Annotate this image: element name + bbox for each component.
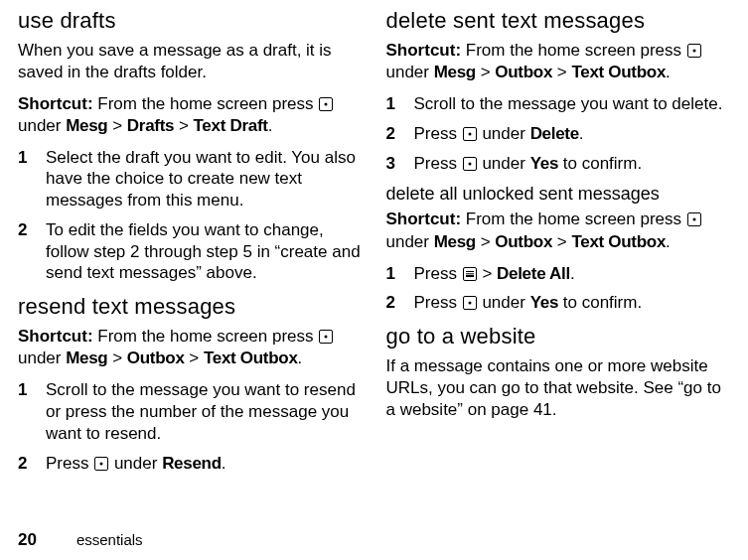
- step-number: 1: [386, 263, 400, 285]
- shortcut-text-pre: From the home screen press: [93, 94, 319, 113]
- paragraph-drafts-intro: When you save a message as a draft, it i…: [18, 40, 363, 83]
- shortcut-drafts: Shortcut: From the home screen press und…: [18, 93, 363, 137]
- list-item: 3 Press under Yes to confirm.: [386, 153, 731, 175]
- step-number: 2: [18, 219, 32, 284]
- path-mesg: Mesg: [434, 63, 476, 81]
- dot-key-icon: [463, 296, 477, 310]
- shortcut-text-pre: From the home screen press: [93, 327, 319, 346]
- sep: >: [107, 116, 126, 135]
- dot-key-icon: [94, 457, 108, 471]
- text-press: Press: [414, 264, 462, 283]
- path-mesg: Mesg: [434, 232, 476, 251]
- shortcut-delete: Shortcut: From the home screen press und…: [386, 40, 731, 83]
- step-text: Press under Resend.: [46, 453, 363, 475]
- path-text-draft: Text Draft: [194, 116, 268, 135]
- page-footer: 20 essentials: [18, 530, 143, 550]
- text-press: Press: [414, 293, 462, 312]
- period: .: [222, 454, 226, 473]
- path-mesg: Mesg: [66, 349, 107, 367]
- step-number: 1: [18, 147, 32, 211]
- period: .: [666, 63, 671, 81]
- label-resend: Resend: [162, 454, 222, 473]
- sep: >: [185, 349, 204, 367]
- shortcut-under: under: [18, 116, 66, 135]
- period: .: [298, 349, 303, 367]
- step-text: Press under Yes to confirm.: [414, 153, 731, 175]
- step-number: 2: [386, 292, 400, 314]
- path-text-outbox: Text Outbox: [571, 63, 666, 81]
- step-number: 3: [386, 153, 400, 175]
- dot-key-icon: [463, 157, 477, 171]
- sep: >: [552, 232, 571, 251]
- page-columns: use drafts When you save a message as a …: [18, 8, 730, 484]
- step-text: Select the draft you want to edit. You a…: [46, 147, 363, 211]
- path-outbox: Outbox: [127, 349, 185, 367]
- text-press: Press: [46, 454, 93, 473]
- step-text: Press > Delete All.: [414, 263, 731, 285]
- shortcut-under: under: [386, 63, 434, 81]
- path-outbox: Outbox: [495, 63, 552, 81]
- label-delete: Delete: [530, 124, 579, 143]
- step-number: 1: [18, 379, 32, 444]
- step-number: 1: [386, 93, 400, 115]
- left-column: use drafts When you save a message as a …: [18, 8, 363, 484]
- heading-use-drafts: use drafts: [18, 8, 363, 34]
- list-item: 1 Select the draft you want to edit. You…: [18, 147, 363, 211]
- label-yes: Yes: [530, 154, 558, 173]
- path-drafts: Drafts: [127, 116, 174, 135]
- sep: >: [478, 264, 497, 283]
- text-press: Press: [414, 154, 462, 173]
- sep: >: [476, 63, 495, 81]
- shortcut-label: Shortcut:: [386, 41, 462, 60]
- step-text: Press under Yes to confirm.: [414, 292, 731, 314]
- path-text-outbox: Text Outbox: [204, 349, 298, 367]
- text-press: Press: [414, 124, 462, 143]
- shortcut-under: under: [18, 349, 66, 367]
- period: .: [579, 124, 584, 143]
- paragraph-website: If a message contains one or more websit…: [386, 355, 731, 420]
- path-mesg: Mesg: [66, 116, 107, 135]
- menu-key-icon: [463, 267, 477, 281]
- sep: >: [476, 232, 495, 251]
- period: .: [570, 264, 575, 283]
- heading-delete-sent: delete sent text messages: [386, 8, 731, 34]
- shortcut-under: under: [386, 232, 434, 251]
- step-text: To edit the fields you want to change, f…: [46, 219, 363, 284]
- dot-key-icon: [319, 97, 333, 111]
- heading-go-to-website: go to a website: [386, 324, 731, 350]
- text-confirm: to confirm.: [558, 154, 642, 173]
- list-item: 1 Press > Delete All.: [386, 263, 731, 285]
- steps-resend: 1 Scroll to the message you want to rese…: [18, 379, 363, 474]
- right-column: delete sent text messages Shortcut: From…: [386, 8, 731, 484]
- text-under: under: [478, 154, 530, 173]
- text-confirm: to confirm.: [558, 293, 642, 312]
- heading-resend: resend text messages: [18, 294, 363, 320]
- shortcut-label: Shortcut:: [18, 327, 93, 346]
- text-under: under: [478, 293, 530, 312]
- shortcut-label: Shortcut:: [18, 94, 93, 113]
- steps-drafts: 1 Select the draft you want to edit. You…: [18, 147, 363, 285]
- list-item: 1 Scroll to the message you want to dele…: [386, 93, 731, 115]
- label-yes: Yes: [530, 293, 558, 312]
- footer-section-label: essentials: [76, 531, 143, 548]
- list-item: 2 To edit the fields you want to change,…: [18, 219, 363, 284]
- text-under: under: [109, 454, 162, 473]
- sep: >: [107, 349, 126, 367]
- step-text: Scroll to the message you want to delete…: [414, 93, 731, 115]
- sep: >: [174, 116, 193, 135]
- shortcut-label: Shortcut:: [386, 210, 462, 228]
- shortcut-delete-all: Shortcut: From the home screen press und…: [386, 209, 731, 252]
- shortcut-text-pre: From the home screen press: [461, 41, 686, 60]
- page-number: 20: [18, 530, 37, 550]
- list-item: 2 Press under Yes to confirm.: [386, 292, 731, 314]
- step-number: 2: [386, 123, 400, 145]
- shortcut-resend: Shortcut: From the home screen press und…: [18, 326, 363, 369]
- step-text: Press under Delete.: [414, 123, 731, 145]
- label-delete-all: Delete All: [497, 264, 570, 283]
- heading-delete-all: delete all unlocked sent messages: [386, 184, 731, 205]
- step-text: Scroll to the message you want to resend…: [46, 379, 363, 444]
- shortcut-text-pre: From the home screen press: [461, 210, 686, 228]
- step-number: 2: [18, 453, 32, 475]
- sep: >: [552, 63, 571, 81]
- path-outbox: Outbox: [495, 232, 552, 251]
